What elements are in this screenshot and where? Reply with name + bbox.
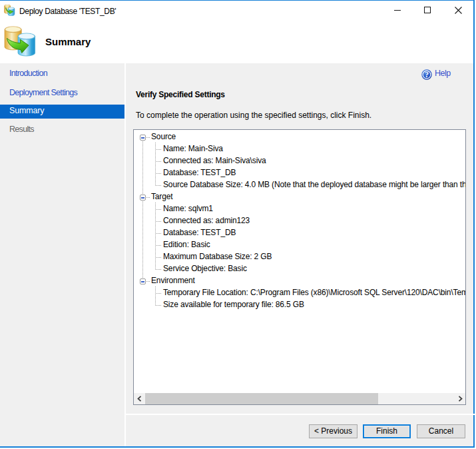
svg-text:?: ? [425,71,429,79]
